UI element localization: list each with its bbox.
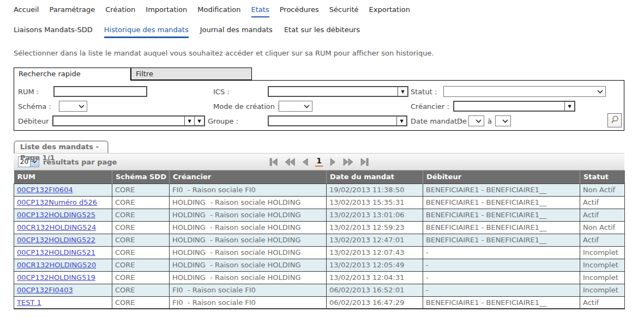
dropdown-arrow-icon[interactable]: ▼ (184, 117, 194, 125)
dropdown-arrow-icon[interactable]: ▼ (194, 117, 204, 125)
date-de-select[interactable] (468, 115, 484, 126)
nav-item-importation[interactable]: Importation (146, 5, 187, 17)
schema-cell: CORE (112, 259, 170, 271)
rum-link[interactable]: 00CP132FI0403 (17, 286, 73, 294)
nav-item-creation[interactable]: Création (105, 5, 135, 17)
table-row: 00CR132HOLDING524 CORE HOLDING - Raison … (14, 221, 625, 234)
nav-item-securite[interactable]: Sécurité (329, 5, 359, 17)
column-header-rum: RUM (14, 170, 112, 184)
next-page-icon[interactable] (330, 158, 336, 166)
mandates-table-body: 00CP132FI0604 CORE FI0 - Raison sociale … (14, 184, 625, 309)
date-a-label: à (487, 117, 492, 125)
rum-link[interactable]: 00CR132HOLDING524 (17, 223, 96, 231)
subnav-item-journal-des-mandats[interactable]: Journal des mandats (200, 26, 273, 38)
date-cell: 19/02/2013 11:38:50 (327, 184, 423, 196)
rum-link[interactable]: 00CP132HOLDING519 (17, 273, 95, 282)
statut-cell: Incomplet (580, 259, 625, 271)
current-page-number[interactable]: 1 (315, 157, 323, 167)
creancier-cell: HOLDING - Raison sociale HOLDING (170, 271, 327, 284)
dropdown-arrow-icon[interactable]: ▼ (396, 117, 406, 125)
table-row: 00CP132FI0403 CORE FI0 - Raison sociale … (14, 284, 625, 296)
creancier-cell: HOLDING - Raison sociale HOLDING (170, 234, 327, 246)
rum-link[interactable]: 00CP132HOLDING525 (17, 211, 95, 219)
rum-label: RUM : (18, 88, 39, 96)
debiteur-input[interactable] (53, 117, 184, 125)
instruction-text: Sélectionner dans la liste le mandat auq… (14, 49, 434, 57)
fast-forward-icon[interactable] (343, 158, 353, 166)
schema-select[interactable] (59, 101, 87, 112)
column-header-debiteur: Débiteur (423, 170, 580, 184)
date-cell: 13/02/2013 12:47:01 (327, 234, 423, 246)
debiteur-cell: BENEFICIAIRE1 - BENEFICIAIRE1__ (423, 196, 580, 209)
column-header-creancier: Créancier (170, 170, 327, 184)
ics-combo: ▼ (268, 86, 408, 97)
search-button[interactable] (607, 113, 622, 127)
date-cell: 13/02/2013 15:35:31 (327, 196, 423, 209)
pagination-bar: 20 résultats par page 1 (14, 153, 624, 170)
rum-link[interactable]: TEST 1 (17, 298, 41, 307)
subnav-item-historique-des-mandats[interactable]: Historique des mandats (104, 26, 189, 38)
creancier-cell: FI0 - Raison sociale FI0 (170, 296, 327, 309)
creancier-input[interactable] (454, 102, 564, 111)
debiteur-cell: - (423, 259, 580, 271)
statut-cell: Actif (580, 234, 625, 246)
column-header-schema-sdd: Schéma SDD (112, 170, 170, 184)
statut-label: Statut : (411, 88, 437, 96)
rum-link[interactable]: 00CP132HOLDING521 (17, 248, 95, 256)
date-cell: 13/02/2013 12:04:31 (327, 271, 423, 284)
creancier-cell: HOLDING - Raison sociale HOLDING (170, 259, 327, 271)
first-page-icon[interactable] (269, 158, 278, 166)
nav-item-parametrage[interactable]: Paramétrage (49, 5, 95, 17)
ics-input[interactable] (269, 87, 398, 96)
date-cell: 06/02/2013 16:47:29 (327, 296, 423, 309)
date-cell: 13/02/2013 12:59:23 (327, 221, 423, 234)
tab-recherche-rapide[interactable]: Recherche rapide (14, 68, 131, 81)
main-menu: Accueil Paramétrage Création Importation… (14, 5, 410, 17)
statut-cell: Incomplet (580, 246, 625, 259)
subnav-item-etat-sur-les-debiteurs[interactable]: Etat sur les débiteurs (284, 26, 360, 38)
historique-des-mandats-page: Accueil Paramétrage Création Importation… (0, 0, 644, 330)
nav-item-accueil[interactable]: Accueil (14, 5, 39, 17)
table-row: TEST 1 CORE FI0 - Raison sociale FI0 06/… (14, 296, 625, 309)
creancier-cell: HOLDING - Raison sociale HOLDING (170, 196, 327, 209)
tab-filtre[interactable]: Filtre (131, 68, 252, 80)
nav-item-procedures[interactable]: Procédures (280, 5, 319, 17)
chevron-down-icon (304, 105, 310, 108)
schema-label: Schéma : (18, 102, 51, 111)
dropdown-arrow-icon[interactable]: ▼ (564, 102, 574, 111)
dropdown-arrow-icon[interactable]: ▼ (398, 87, 407, 96)
table-row: 00CP132HOLDING519 CORE HOLDING - Raison … (14, 271, 625, 284)
subnav-item-liaisons-mandats-sdd[interactable]: Liaisons Mandats-SDD (14, 26, 93, 38)
previous-page-icon[interactable] (302, 158, 308, 166)
debiteur-cell: BENEFICIAIRE1 - BENEFICIAIRE1__ (423, 296, 580, 309)
rum-link[interactable]: 00CR132HOLDING520 (17, 261, 96, 269)
nav-item-exportation[interactable]: Exportation (369, 5, 410, 17)
schema-cell: CORE (112, 234, 170, 246)
fast-backward-icon[interactable] (285, 158, 295, 166)
table-row: 00CP132HOLDING521 CORE HOLDING - Raison … (14, 246, 625, 259)
creancier-combo: ▼ (453, 101, 575, 112)
debiteur-cell: BENEFICIAIRE1 - BENEFICIAIRE1__ (423, 221, 580, 234)
last-page-icon[interactable] (360, 158, 369, 166)
mode-de-creation-select[interactable] (279, 101, 312, 112)
table-row: 00CR132HOLDING520 CORE HOLDING - Raison … (14, 259, 625, 271)
schema-cell: CORE (112, 196, 170, 209)
nav-item-modification[interactable]: Modification (197, 5, 240, 17)
rum-link[interactable]: 00CP132HOLDING522 (17, 236, 95, 244)
chevron-down-icon (79, 105, 85, 108)
liste-des-mandats-tab[interactable]: Liste des mandats - Page 1/1 (14, 140, 109, 153)
creancier-cell: FI0 - Raison sociale FI0 (170, 184, 327, 196)
statut-cell: Incomplet (580, 284, 625, 296)
rum-link[interactable]: 00CP132FI0604 (17, 186, 73, 194)
nav-item-etats[interactable]: Etats (251, 5, 269, 17)
rum-input[interactable] (53, 86, 147, 97)
groupe-input[interactable] (269, 117, 396, 125)
creancier-cell: HOLDING - Raison sociale HOLDING (170, 221, 327, 234)
schema-cell: CORE (112, 209, 170, 221)
mode-de-creation-label: Mode de création : (213, 102, 280, 111)
etats-submenu: Liaisons Mandats-SDD Historique des mand… (14, 26, 360, 38)
rum-link[interactable]: 00CP132Numéro d526 (17, 198, 97, 206)
date-a-select[interactable] (495, 115, 511, 126)
schema-cell: CORE (112, 246, 170, 259)
statut-select[interactable] (443, 86, 606, 97)
